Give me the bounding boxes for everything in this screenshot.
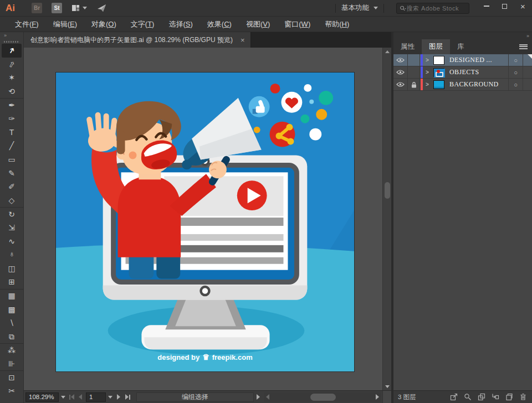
graph-tool[interactable]: ⊪	[0, 357, 23, 371]
dock-collapse-icon[interactable]: »	[393, 32, 532, 39]
selection-column[interactable]	[523, 79, 532, 90]
artboard-dropdown-icon[interactable]	[106, 392, 114, 402]
make-clipping-mask-icon[interactable]	[478, 393, 485, 401]
menu-e[interactable]: 编辑(E)	[46, 19, 84, 29]
type-tool[interactable]: T	[0, 126, 23, 140]
rotate-tool[interactable]: ↻	[0, 207, 23, 221]
scroll-right-icon[interactable]	[374, 394, 381, 400]
expand-chevron-icon[interactable]: >	[423, 79, 432, 90]
tab-properties[interactable]: 属性	[393, 39, 422, 54]
zoom-dropdown-icon[interactable]	[59, 392, 67, 402]
tab-layers[interactable]: 图层	[422, 39, 450, 54]
arrange-documents-icon[interactable]	[72, 5, 79, 11]
layer-target-icon[interactable]: ○	[508, 66, 523, 78]
workspace-switcher[interactable]: 基本功能	[341, 3, 378, 13]
selection-column[interactable]	[523, 66, 532, 78]
line-segment-tool[interactable]: ╱	[0, 139, 23, 153]
scroll-down-icon[interactable]	[383, 383, 391, 390]
lock-toggle[interactable]	[408, 79, 420, 90]
lasso-tool[interactable]: ⟲	[0, 85, 23, 99]
artboard-number-input[interactable]	[89, 394, 103, 400]
layer-thumbnail[interactable]	[432, 66, 446, 78]
stock-search-box[interactable]	[396, 3, 469, 14]
bridge-button[interactable]: Br	[32, 3, 42, 13]
status-arrow-icon[interactable]	[254, 394, 263, 400]
visibility-toggle[interactable]	[393, 66, 408, 78]
artboard[interactable]: designed by ♛ freepik.com	[55, 72, 355, 372]
tools-grip-handle[interactable]	[0, 39, 23, 44]
layer-name[interactable]: BACKGROUND	[446, 79, 508, 90]
expand-chevron-icon[interactable]: >	[423, 66, 432, 78]
eraser-tool[interactable]: ◇	[0, 194, 23, 208]
width-tool[interactable]: ∿	[0, 234, 23, 248]
blend-tool[interactable]: ⧉	[0, 329, 23, 343]
selection-column[interactable]	[523, 54, 532, 66]
menu-o[interactable]: 对象(O)	[84, 19, 124, 29]
search-input[interactable]	[407, 5, 466, 12]
pen-tool[interactable]: ✒	[0, 98, 23, 112]
last-artboard-button[interactable]	[123, 392, 132, 402]
gradient-tool[interactable]: ▩	[0, 302, 23, 316]
artboard-tool[interactable]: ⊡	[0, 370, 23, 384]
perspective-grid-tool[interactable]: ⊞	[0, 275, 23, 289]
layer-row-background[interactable]: > BACKGROUND ○	[393, 79, 532, 91]
artboard-number-field[interactable]	[86, 392, 106, 402]
selection-tool[interactable]: ➔	[2, 44, 22, 58]
scroll-left-icon[interactable]	[264, 394, 272, 400]
layer-row-designed[interactable]: > DESIGNED ... ○	[393, 54, 532, 66]
puppet-warp-tool[interactable]: ♀	[0, 248, 23, 262]
delete-layer-icon[interactable]	[519, 393, 527, 401]
shaper-tool[interactable]: ✐	[0, 180, 23, 194]
arrange-documents-chevron-icon[interactable]	[83, 7, 87, 9]
lock-toggle[interactable]	[408, 54, 420, 66]
menu-v[interactable]: 视图(V)	[239, 19, 277, 29]
visibility-toggle[interactable]	[393, 79, 408, 90]
layer-name[interactable]: DESIGNED ...	[446, 54, 508, 66]
slice-tool[interactable]: ✂	[0, 384, 23, 398]
eyedropper-tool[interactable]: ∖	[0, 316, 23, 330]
symbol-sprayer-tool[interactable]: ⁂	[0, 343, 23, 357]
scroll-up-icon[interactable]	[383, 48, 391, 55]
maximize-button[interactable]	[495, 0, 514, 12]
layer-thumbnail[interactable]	[432, 54, 446, 66]
menu-w[interactable]: 窗口(W)	[277, 19, 318, 29]
visibility-toggle[interactable]	[393, 54, 408, 66]
status-indicator[interactable]: 编组选择	[136, 392, 254, 402]
menu-s[interactable]: 选择(S)	[161, 19, 200, 29]
document-tab[interactable]: 创意影响者营销电脑中的男子矢量图.ai @ 108.29% (RGB/GPU 预…	[24, 32, 251, 48]
mesh-tool[interactable]: ▦	[0, 289, 23, 303]
expand-chevron-icon[interactable]: >	[423, 54, 432, 66]
canvas[interactable]: designed by ♛ freepik.com	[24, 48, 391, 390]
first-artboard-button[interactable]	[67, 392, 76, 402]
locate-object-icon[interactable]	[464, 393, 472, 401]
rectangle-tool[interactable]: ▭	[0, 153, 23, 167]
stock-button[interactable]: St	[52, 3, 62, 13]
tab-close-icon[interactable]: ×	[241, 36, 245, 44]
close-button[interactable]: ×	[514, 0, 532, 12]
panel-menu-icon[interactable]	[519, 44, 528, 49]
previous-artboard-button[interactable]	[76, 392, 85, 402]
minimize-button[interactable]	[477, 0, 495, 12]
zoom-level-field[interactable]: 108.29%	[25, 392, 59, 402]
layer-target-icon[interactable]: ○	[508, 54, 523, 66]
tab-libraries[interactable]: 库	[450, 39, 472, 54]
layer-name[interactable]: OBJECTS	[446, 66, 508, 78]
vertical-scroll-thumb[interactable]	[385, 182, 390, 199]
layer-target-icon[interactable]: ○	[508, 79, 523, 90]
collect-for-export-icon[interactable]	[450, 393, 458, 401]
new-layer-icon[interactable]	[505, 393, 513, 401]
new-sublayer-icon[interactable]	[492, 393, 499, 401]
curvature-tool[interactable]: ✑	[0, 112, 23, 126]
scale-tool[interactable]: ⇲	[0, 221, 23, 235]
layer-row-objects[interactable]: > OBJECTS ○	[393, 66, 532, 79]
menu-c[interactable]: 效果(C)	[200, 19, 239, 29]
direct-selection-tool[interactable]: ⇨	[0, 58, 23, 71]
horizontal-scroll-thumb[interactable]	[310, 394, 336, 401]
vertical-scrollbar[interactable]	[382, 48, 391, 390]
shape-builder-tool[interactable]: ◫	[0, 262, 23, 276]
horizontal-scrollbar[interactable]	[264, 392, 381, 402]
paintbrush-tool[interactable]: ✎	[0, 166, 23, 180]
layer-thumbnail[interactable]	[432, 79, 446, 90]
lock-toggle[interactable]	[408, 66, 420, 78]
next-artboard-button[interactable]	[114, 392, 123, 402]
